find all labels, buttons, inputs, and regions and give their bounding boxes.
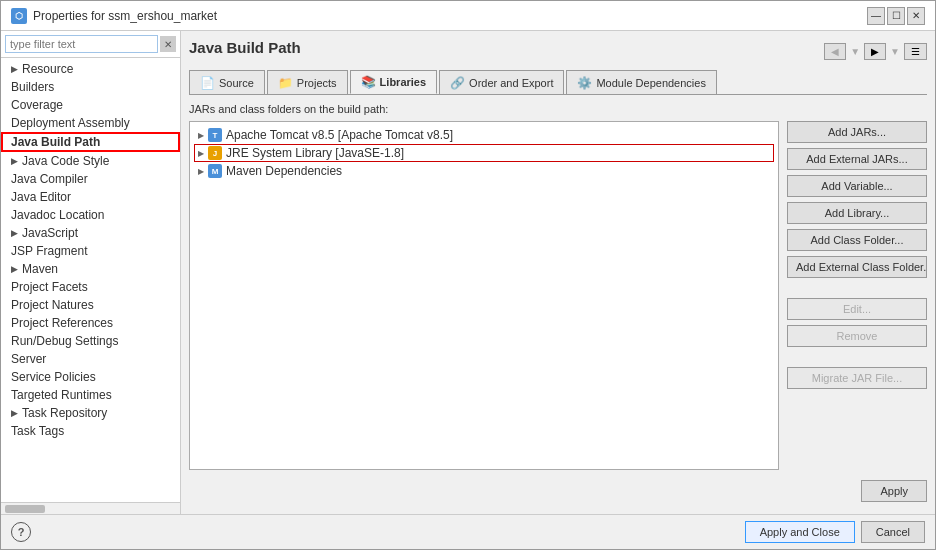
sidebar-item-java-compiler[interactable]: Java Compiler — [1, 170, 180, 188]
expand-arrow: ▶ — [11, 228, 18, 238]
expand-tri: ▶ — [198, 167, 204, 176]
window-controls: — ☐ ✕ — [867, 7, 925, 25]
cancel-button[interactable]: Cancel — [861, 521, 925, 543]
sidebar-item-label: Resource — [22, 62, 73, 76]
sidebar-item-label: Targeted Runtimes — [11, 388, 112, 402]
migrate-jar-button[interactable]: Migrate JAR File... — [787, 367, 927, 389]
sidebar-item-label: Coverage — [11, 98, 63, 112]
add-library-button[interactable]: Add Library... — [787, 202, 927, 224]
expand-arrow: ▶ — [11, 156, 18, 166]
filter-clear-button[interactable]: ✕ — [160, 36, 176, 52]
tree-item-label: Apache Tomcat v8.5 [Apache Tomcat v8.5] — [226, 128, 453, 142]
sidebar-item-label: Project Facets — [11, 280, 88, 294]
tomcat-lib-icon: T — [208, 128, 222, 142]
tab-projects-label: Projects — [297, 77, 337, 89]
right-panel: Java Build Path ◀ ▼ ▶ ▼ ☰ 📄 Source 📁 Pro… — [181, 31, 935, 514]
filter-input[interactable] — [5, 35, 158, 53]
btn-spacer-2 — [787, 352, 927, 362]
sidebar-item-task-repository[interactable]: ▶ Task Repository — [1, 404, 180, 422]
sidebar-item-label: Builders — [11, 80, 54, 94]
add-jars-button[interactable]: Add JARs... — [787, 121, 927, 143]
nav-arrows: ◀ ▼ ▶ ▼ ☰ — [824, 43, 927, 60]
expand-tri: ▶ — [198, 149, 204, 158]
sidebar-item-java-build-path[interactable]: Java Build Path — [1, 132, 180, 152]
sidebar-item-label: Java Compiler — [11, 172, 88, 186]
apply-and-close-button[interactable]: Apply and Close — [745, 521, 855, 543]
tabs: 📄 Source 📁 Projects 📚 Libraries 🔗 Order … — [189, 70, 927, 95]
sidebar-item-label: Service Policies — [11, 370, 96, 384]
projects-tab-icon: 📁 — [278, 76, 293, 90]
sidebar-item-deployment-assembly[interactable]: Deployment Assembly — [1, 114, 180, 132]
sidebar-item-jsp-fragment[interactable]: JSP Fragment — [1, 242, 180, 260]
main-content: ✕ ▶ Resource Builders Coverage — [1, 31, 935, 514]
minimize-button[interactable]: — — [867, 7, 885, 25]
add-variable-button[interactable]: Add Variable... — [787, 175, 927, 197]
tree-item-label: Maven Dependencies — [226, 164, 342, 178]
tab-projects[interactable]: 📁 Projects — [267, 70, 348, 94]
sidebar-item-project-facets[interactable]: Project Facets — [1, 278, 180, 296]
tab-libraries-label: Libraries — [380, 76, 426, 88]
sidebar-item-java-editor[interactable]: Java Editor — [1, 188, 180, 206]
sidebar-item-maven[interactable]: ▶ Maven — [1, 260, 180, 278]
sidebar-item-project-references[interactable]: Project References — [1, 314, 180, 332]
add-class-folder-button[interactable]: Add Class Folder... — [787, 229, 927, 251]
sidebar-item-java-code-style[interactable]: ▶ Java Code Style — [1, 152, 180, 170]
tree-item-jre[interactable]: ▶ J JRE System Library [JavaSE-1.8] — [194, 144, 774, 162]
sidebar-item-builders[interactable]: Builders — [1, 78, 180, 96]
sidebar-item-targeted-runtimes[interactable]: Targeted Runtimes — [1, 386, 180, 404]
expand-arrow: ▶ — [11, 64, 18, 74]
tree-item-maven-deps[interactable]: ▶ M Maven Dependencies — [194, 162, 774, 180]
add-external-class-folder-button[interactable]: Add External Class Folder... — [787, 256, 927, 278]
filter-box: ✕ — [1, 31, 180, 58]
edit-button[interactable]: Edit... — [787, 298, 927, 320]
help-button[interactable]: ? — [11, 522, 31, 542]
add-external-jars-button[interactable]: Add External JARs... — [787, 148, 927, 170]
tree-item-tomcat[interactable]: ▶ T Apache Tomcat v8.5 [Apache Tomcat v8… — [194, 126, 774, 144]
sidebar-item-resource[interactable]: ▶ Resource — [1, 60, 180, 78]
maximize-button[interactable]: ☐ — [887, 7, 905, 25]
remove-button[interactable]: Remove — [787, 325, 927, 347]
panel-header: Java Build Path ◀ ▼ ▶ ▼ ☰ — [189, 39, 927, 64]
hscroll-thumb — [5, 505, 45, 513]
sidebar-item-label: JavaScript — [22, 226, 78, 240]
sidebar-item-run-debug-settings[interactable]: Run/Debug Settings — [1, 332, 180, 350]
jre-lib-icon: J — [208, 146, 222, 160]
sidebar-item-label: Javadoc Location — [11, 208, 104, 222]
tab-order-export-label: Order and Export — [469, 77, 553, 89]
panel-description: JARs and class folders on the build path… — [189, 103, 927, 115]
tab-source-label: Source — [219, 77, 254, 89]
source-tab-icon: 📄 — [200, 76, 215, 90]
sidebar-item-label: Java Code Style — [22, 154, 109, 168]
title-bar-left: ⬡ Properties for ssm_ershou_market — [11, 8, 217, 24]
sidebar-item-javadoc-location[interactable]: Javadoc Location — [1, 206, 180, 224]
expand-arrow: ▶ — [11, 264, 18, 274]
sidebar-item-service-policies[interactable]: Service Policies — [1, 368, 180, 386]
sidebar-item-javascript[interactable]: ▶ JavaScript — [1, 224, 180, 242]
sidebar-hscroll[interactable] — [1, 502, 180, 514]
sidebar-item-server[interactable]: Server — [1, 350, 180, 368]
sidebar-item-label: Task Tags — [11, 424, 64, 438]
expand-arrow: ▶ — [11, 408, 18, 418]
sidebar-item-task-tags[interactable]: Task Tags — [1, 422, 180, 440]
expand-tri: ▶ — [198, 131, 204, 140]
sidebar-item-coverage[interactable]: Coverage — [1, 96, 180, 114]
dialog: ⬡ Properties for ssm_ershou_market — ☐ ✕… — [0, 0, 936, 550]
tab-order-export[interactable]: 🔗 Order and Export — [439, 70, 564, 94]
apply-button[interactable]: Apply — [861, 480, 927, 502]
panel-title: Java Build Path — [189, 39, 301, 56]
sidebar-item-project-natures[interactable]: Project Natures — [1, 296, 180, 314]
tab-module-dependencies[interactable]: ⚙️ Module Dependencies — [566, 70, 716, 94]
menu-button[interactable]: ☰ — [904, 43, 927, 60]
sidebar-item-label: Deployment Assembly — [11, 116, 130, 130]
button-panel: Add JARs... Add External JARs... Add Var… — [787, 121, 927, 470]
tab-source[interactable]: 📄 Source — [189, 70, 265, 94]
tab-libraries[interactable]: 📚 Libraries — [350, 70, 437, 94]
maven-lib-icon: M — [208, 164, 222, 178]
close-button[interactable]: ✕ — [907, 7, 925, 25]
libraries-tab-icon: 📚 — [361, 75, 376, 89]
back-button[interactable]: ◀ — [824, 43, 846, 60]
tree-item-label: JRE System Library [JavaSE-1.8] — [226, 146, 404, 160]
forward-button[interactable]: ▶ — [864, 43, 886, 60]
apply-area: Apply — [189, 476, 927, 506]
sidebar-item-label: Run/Debug Settings — [11, 334, 118, 348]
